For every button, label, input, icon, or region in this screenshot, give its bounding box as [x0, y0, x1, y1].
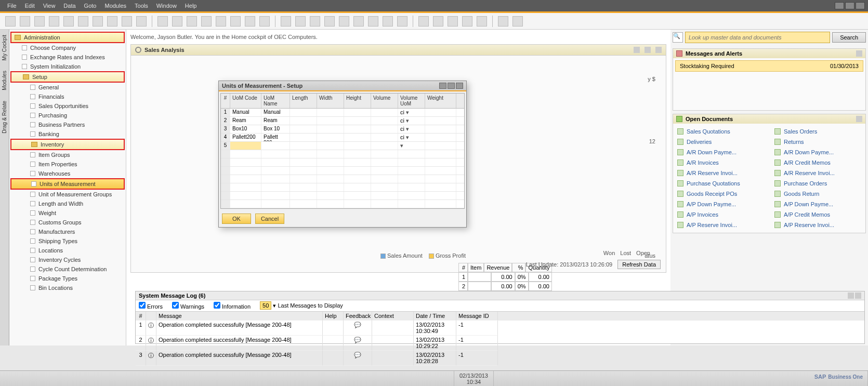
- excel-icon[interactable]: [63, 16, 74, 26]
- nav-cycle-count[interactable]: Cycle Count Determination: [10, 264, 125, 274]
- nav-inventory[interactable]: Inventory: [10, 139, 125, 150]
- nav-uom-groups[interactable]: Unit of Measurement Groups: [10, 190, 125, 199]
- doc1-icon[interactable]: [281, 16, 291, 26]
- nav-manufacturers[interactable]: Manufacturers: [10, 227, 125, 236]
- refresh-icon[interactable]: [136, 16, 147, 26]
- minimize-icon[interactable]: [835, 2, 844, 9]
- doc-ar-credit[interactable]: A/R Credit Memos: [774, 158, 861, 167]
- menu-help[interactable]: Help: [181, 3, 201, 9]
- doc4-icon[interactable]: [324, 16, 335, 26]
- doc-ap-reserve2[interactable]: A/P Reserve Invoi...: [774, 220, 861, 230]
- pdf-icon[interactable]: [93, 16, 103, 26]
- nav-general[interactable]: General: [10, 83, 125, 92]
- doc-ar-reserve[interactable]: A/R Reserve Invoi...: [677, 168, 764, 178]
- warnings-checkbox[interactable]: Warnings: [172, 302, 204, 310]
- nav-locations[interactable]: Locations: [10, 246, 125, 255]
- nav-system-init[interactable]: System Initialization: [10, 62, 125, 71]
- errors-checkbox[interactable]: Errors: [139, 302, 163, 310]
- help-icon[interactable]: [477, 16, 487, 26]
- doc-goods-return[interactable]: Goods Return: [774, 189, 861, 198]
- doc-purchase-orders[interactable]: Purchase Orders: [774, 179, 861, 188]
- new-doc-icon[interactable]: [5, 16, 16, 26]
- panel-tools-icon[interactable]: [856, 116, 862, 122]
- doc6-icon[interactable]: [353, 16, 364, 26]
- sort-icon[interactable]: [259, 16, 270, 26]
- vtab-cockpit[interactable]: My Cockpit: [1, 30, 8, 65]
- grid-row[interactable]: 3Box10Box 10ci ▾: [221, 125, 464, 134]
- grid-row[interactable]: 1ManualManualci ▾: [221, 109, 464, 117]
- doc2-icon[interactable]: [295, 16, 306, 26]
- nav-shipping-types[interactable]: Shipping Types: [10, 236, 125, 246]
- search-input[interactable]: [685, 32, 830, 43]
- syslog-row[interactable]: 3ⓘOperation completed successfully [Mess…: [136, 351, 864, 366]
- nav-sales-opp[interactable]: Sales Opportunities: [10, 101, 125, 111]
- nav-purchasing[interactable]: Purchasing: [10, 111, 125, 120]
- chart-icon[interactable]: [448, 16, 458, 26]
- doc-returns[interactable]: Returns: [774, 137, 861, 147]
- doc-ar-reserve2[interactable]: A/R Reserve Invoi...: [774, 168, 861, 178]
- panel-prev-icon[interactable]: [634, 47, 640, 53]
- export-icon[interactable]: [49, 16, 59, 26]
- users-icon[interactable]: [462, 16, 472, 26]
- grid-row[interactable]: 4Pallett200Pallett 200ci ▾: [221, 134, 464, 142]
- settings-icon[interactable]: [512, 16, 523, 26]
- nav-administration[interactable]: Administration: [10, 32, 125, 43]
- print-icon[interactable]: [20, 16, 30, 26]
- word-icon[interactable]: [78, 16, 88, 26]
- delete-icon[interactable]: [157, 16, 168, 26]
- calc-icon[interactable]: [498, 16, 508, 26]
- nav-financials[interactable]: Financials: [10, 92, 125, 101]
- doc-ar-invoices[interactable]: A/R Invoices: [677, 158, 764, 167]
- uom-grid[interactable]: # UoM Code UoM Name Length Width Height …: [220, 93, 465, 209]
- prev-record-icon[interactable]: [201, 16, 212, 26]
- email-icon[interactable]: [34, 16, 45, 26]
- doc3-icon[interactable]: [310, 16, 320, 26]
- nav-bin-locations[interactable]: Bin Locations: [10, 283, 125, 292]
- doc-ap-invoices[interactable]: A/P Invoices: [677, 210, 764, 219]
- doc-sales-orders[interactable]: Sales Orders: [774, 127, 861, 136]
- doc7-icon[interactable]: [368, 16, 378, 26]
- nav-inventory-cycles[interactable]: Inventory Cycles: [10, 255, 125, 264]
- refresh-data-button[interactable]: Refresh Data: [617, 260, 661, 269]
- nav-exchange-rates[interactable]: Exchange Rates and Indexes: [10, 52, 125, 62]
- home-icon[interactable]: [122, 16, 132, 26]
- check-icon[interactable]: [397, 16, 407, 26]
- doc-deliveries[interactable]: Deliveries: [677, 137, 764, 147]
- vtab-drag[interactable]: Drag & Relate: [1, 96, 8, 139]
- vtab-modules[interactable]: Modules: [1, 65, 8, 96]
- mail2-icon[interactable]: [433, 16, 443, 26]
- doc-ap-reserve[interactable]: A/P Reserve Invoi...: [677, 220, 764, 230]
- nav-warehouses[interactable]: Warehouses: [10, 169, 125, 178]
- grid-row[interactable]: 5 ▾: [221, 142, 464, 150]
- nav-choose-company[interactable]: Choose Company: [10, 43, 125, 52]
- calendar-icon[interactable]: [418, 16, 429, 26]
- information-checkbox[interactable]: Information: [214, 302, 251, 310]
- filter-icon[interactable]: [245, 16, 255, 26]
- menu-data[interactable]: Data: [59, 3, 80, 9]
- grid-row[interactable]: 2ReamReamci ▾: [221, 117, 464, 125]
- search-button[interactable]: Search: [832, 32, 866, 43]
- message-count[interactable]: 50: [260, 301, 271, 310]
- doc-ap-down-pay2[interactable]: A/P Down Payme...: [774, 199, 861, 209]
- panel-tools-icon[interactable]: [856, 50, 862, 57]
- copy-icon[interactable]: [172, 16, 182, 26]
- nav-banking[interactable]: Banking: [10, 129, 125, 139]
- syslog-row[interactable]: 2ⓘOperation completed successfully [Mess…: [136, 336, 864, 351]
- dialog-close-icon[interactable]: [456, 83, 463, 89]
- doc-purchase-quot[interactable]: Purchase Quotations: [677, 179, 764, 188]
- nav-units-of-measurement[interactable]: Units of Measurement: [10, 178, 125, 190]
- menu-modules[interactable]: Modules: [100, 3, 130, 9]
- menu-view[interactable]: View: [39, 3, 60, 9]
- nav-item-groups[interactable]: Item Groups: [10, 150, 125, 159]
- menu-goto[interactable]: Goto: [80, 3, 101, 9]
- syslog-row[interactable]: 1ⓘOperation completed successfully [Mess…: [136, 321, 864, 336]
- panel-tools-icon[interactable]: [655, 47, 662, 53]
- menu-edit[interactable]: Edit: [21, 3, 39, 9]
- first-record-icon[interactable]: [187, 16, 197, 26]
- doc-ar-down-pay2[interactable]: A/R Down Payme...: [774, 148, 861, 157]
- dialog-maximize-icon[interactable]: [448, 83, 455, 89]
- refresh-circle-icon[interactable]: [135, 47, 141, 53]
- dialog-minimize-icon[interactable]: [439, 83, 446, 89]
- search-icon[interactable]: 🔍: [673, 32, 683, 43]
- nav-setup[interactable]: Setup: [10, 71, 125, 83]
